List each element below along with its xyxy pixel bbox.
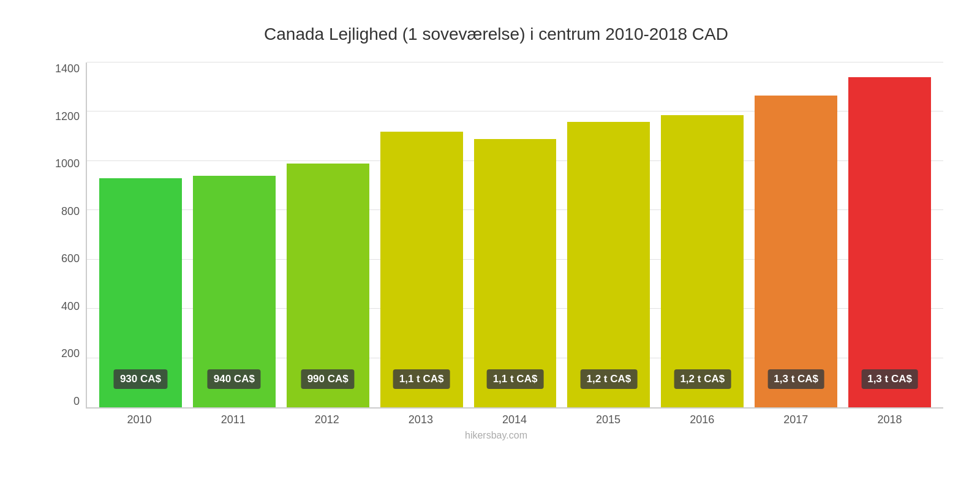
bar-value-label: 1,2 t CA$ <box>674 369 731 389</box>
bar-group: 990 CA$ <box>287 62 369 407</box>
bar-value-label: 930 CA$ <box>114 369 167 389</box>
bar-value-label: 990 CA$ <box>301 369 355 389</box>
bars-wrapper: 930 CA$940 CA$990 CA$1,1 t CA$1,1 t CA$1… <box>87 62 943 407</box>
bar-group: 1,2 t CA$ <box>567 62 650 407</box>
y-axis-label: 600 <box>61 252 80 265</box>
bar-value-label: 1,3 t CA$ <box>767 369 824 389</box>
bars-area: 930 CA$940 CA$990 CA$1,1 t CA$1,1 t CA$1… <box>86 62 943 409</box>
x-axis-label: 2017 <box>755 409 837 426</box>
bar: 1,2 t CA$ <box>567 122 650 407</box>
chart-inner: 930 CA$940 CA$990 CA$1,1 t CA$1,1 t CA$1… <box>86 62 943 426</box>
x-axis-label: 2012 <box>285 409 368 426</box>
x-axis-label: 2011 <box>192 409 274 426</box>
chart-area: 1400120010008006004002000 930 CA$940 CA$… <box>49 62 943 426</box>
x-labels: 201020112012201320142015201620172018 <box>86 409 943 426</box>
bar: 1,1 t CA$ <box>474 139 557 407</box>
bar-value-label: 1,1 t CA$ <box>487 369 544 389</box>
x-axis-label: 2014 <box>473 409 556 426</box>
bar-value-label: 940 CA$ <box>208 369 261 389</box>
bar: 1,3 t CA$ <box>755 96 837 407</box>
bar-group: 930 CA$ <box>99 62 182 407</box>
bar-group: 940 CA$ <box>193 62 276 407</box>
bar: 930 CA$ <box>99 178 182 407</box>
y-axis-label: 400 <box>61 300 80 313</box>
bar: 1,3 t CA$ <box>848 77 931 407</box>
bar-group: 1,3 t CA$ <box>848 62 931 407</box>
bar: 1,2 t CA$ <box>661 115 744 407</box>
bar: 990 CA$ <box>287 164 369 407</box>
bar-group: 1,2 t CA$ <box>661 62 744 407</box>
y-axis-label: 1000 <box>55 157 80 170</box>
bar-value-label: 1,3 t CA$ <box>861 369 918 389</box>
x-axis-label: 2010 <box>98 409 181 426</box>
bar: 1,1 t CA$ <box>380 132 463 407</box>
x-axis-label: 2018 <box>848 409 931 426</box>
y-axis-label: 200 <box>61 347 80 360</box>
bar-group: 1,1 t CA$ <box>474 62 557 407</box>
bar-value-label: 1,2 t CA$ <box>581 369 638 389</box>
chart-title: Canada Lejlighed (1 soveværelse) i centr… <box>49 24 943 44</box>
x-axis-label: 2016 <box>661 409 744 426</box>
y-axis-label: 1400 <box>55 62 80 75</box>
chart-container: Canada Lejlighed (1 soveværelse) i centr… <box>0 0 980 490</box>
bar-group: 1,3 t CA$ <box>755 62 837 407</box>
y-axis-label: 1200 <box>55 110 80 123</box>
x-axis-label: 2013 <box>379 409 462 426</box>
x-axis-label: 2015 <box>567 409 650 426</box>
y-axis: 1400120010008006004002000 <box>49 62 86 426</box>
y-axis-label: 800 <box>61 205 80 218</box>
bar-value-label: 1,1 t CA$ <box>393 369 450 389</box>
footer: hikersbay.com <box>49 430 943 441</box>
bar-group: 1,1 t CA$ <box>380 62 463 407</box>
bar: 940 CA$ <box>193 176 276 407</box>
y-axis-label: 0 <box>74 395 80 408</box>
